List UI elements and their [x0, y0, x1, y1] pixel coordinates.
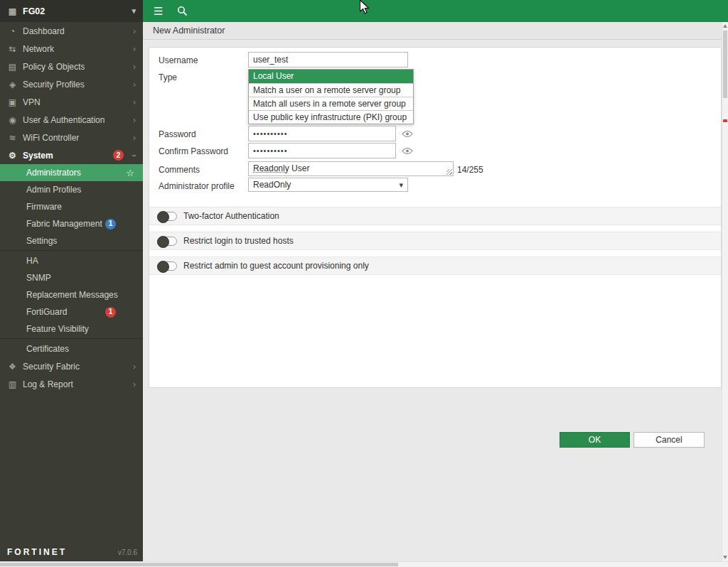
- password-row: Password: [159, 126, 721, 141]
- toggle-label: Restrict admin to guest account provisio…: [183, 261, 369, 271]
- dropdown-caret-icon: ▾: [399, 180, 403, 190]
- scrollbar-mark: [723, 119, 727, 122]
- sidebar-item-dashboard[interactable]: ◔ Dashboard ›: [0, 22, 143, 40]
- vertical-scrollbar-thumb[interactable]: [723, 31, 727, 98]
- chevron-right-icon: ›: [133, 62, 136, 72]
- sidebar-item-label: FortiGuard: [26, 307, 67, 317]
- show-password-eye-icon[interactable]: [402, 147, 413, 155]
- sidebar-item-policy-objects[interactable]: ▤ Policy & Objects ›: [0, 58, 143, 75]
- sidebar-item-vpn[interactable]: ▣ VPN ›: [0, 93, 143, 111]
- device-icon: ▦: [7, 6, 18, 16]
- sidebar-item-label: Security Profiles: [23, 80, 85, 90]
- firmware-version: v7.0.6: [118, 549, 137, 556]
- sidebar-item-system[interactable]: ⚙ System 2 ›: [0, 146, 143, 164]
- type-option-pki-group[interactable]: Use public key infrastructure (PKI) grou…: [249, 110, 413, 124]
- confirm-password-row: Confirm Password: [159, 143, 721, 158]
- form-actions: OK Cancel: [560, 432, 705, 448]
- sidebar-item-log-report[interactable]: ▥ Log & Report ›: [0, 375, 143, 393]
- type-option-match-user-remote[interactable]: Match a user on a remote server group: [249, 83, 413, 97]
- scroll-up-arrow-icon[interactable]: [723, 24, 727, 28]
- sidebar-item-fabric-management[interactable]: Fabric Management 1: [0, 215, 143, 232]
- admin-profile-value: ReadOnly: [253, 180, 291, 190]
- confirm-password-input[interactable]: [248, 143, 396, 158]
- username-row: Username: [159, 52, 721, 68]
- page-title: New Administrator: [153, 26, 225, 36]
- sidebar-item-firmware[interactable]: Firmware: [0, 198, 143, 215]
- sidebar-item-label: Firmware: [26, 202, 62, 212]
- type-label: Type: [159, 69, 248, 124]
- username-input[interactable]: [248, 52, 408, 68]
- trusted-hosts-toggle[interactable]: [157, 237, 177, 246]
- gear-icon: ⚙: [7, 151, 18, 161]
- sidebar-item-label: Network: [23, 44, 54, 54]
- comments-text: Readonly: [253, 163, 289, 173]
- comments-textarea[interactable]: Readonly User: [248, 161, 454, 176]
- guest-provisioning-toggle[interactable]: [157, 261, 177, 271]
- sidebar-item-label: WiFi Controller: [23, 133, 79, 143]
- search-icon[interactable]: [177, 6, 188, 16]
- notification-badge: 1: [105, 307, 116, 318]
- cancel-button[interactable]: Cancel: [633, 432, 705, 448]
- chevron-right-icon: ›: [133, 26, 136, 36]
- submenu-divider: [0, 338, 143, 340]
- sidebar-item-administrators[interactable]: Administrators ☆: [0, 164, 143, 181]
- horizontal-scrollbar[interactable]: [0, 561, 728, 567]
- log-report-icon: ▥: [7, 379, 18, 389]
- horizontal-scrollbar-thumb[interactable]: [0, 563, 398, 566]
- confirm-password-label: Confirm Password: [159, 143, 248, 158]
- chevron-down-icon: ▾: [132, 6, 136, 16]
- sidebar-item-snmp[interactable]: SNMP: [0, 269, 143, 286]
- sidebar-item-label: VPN: [23, 97, 41, 107]
- type-option-match-all-remote[interactable]: Match all users in a remote server group: [249, 97, 413, 110]
- sidebar-item-label: System: [23, 151, 53, 161]
- wifi-controller-icon: ≋: [7, 133, 18, 143]
- two-factor-toggle[interactable]: [157, 212, 177, 221]
- sidebar-item-label: HA: [26, 256, 38, 266]
- trusted-hosts-row: Restrict login to trusted hosts: [149, 232, 721, 250]
- sidebar-footer: FORTINET v7.0.6: [7, 547, 137, 557]
- sidebar-item-admin-profiles[interactable]: Admin Profiles: [0, 181, 143, 198]
- sidebar-item-label: Settings: [26, 236, 57, 246]
- sidebar-item-security-fabric[interactable]: ❖ Security Fabric ›: [0, 357, 143, 375]
- sidebar-item-wifi-controller[interactable]: ≋ WiFi Controller ›: [0, 129, 143, 146]
- vertical-scrollbar[interactable]: [722, 22, 728, 561]
- sidebar-item-fortiguard[interactable]: FortiGuard 1: [0, 303, 143, 320]
- sidebar-item-feature-visibility[interactable]: Feature Visibility: [0, 320, 143, 338]
- security-profiles-icon: ◈: [7, 80, 18, 90]
- sidebar-item-label: User & Authentication: [23, 115, 105, 125]
- show-password-eye-icon[interactable]: [402, 130, 413, 138]
- sidebar-item-network[interactable]: ⇆ Network ›: [0, 40, 143, 58]
- security-fabric-icon: ❖: [7, 362, 18, 372]
- password-label: Password: [159, 126, 248, 141]
- breadcrumb: New Administrator: [143, 22, 728, 40]
- character-counter: 14/255: [457, 165, 483, 176]
- comments-text: User: [289, 163, 310, 173]
- dashboard-icon: ◔: [7, 26, 18, 36]
- password-input[interactable]: [248, 126, 396, 141]
- sidebar-item-user-authentication[interactable]: ◉ User & Authentication ›: [0, 111, 143, 129]
- main-menu: ◔ Dashboard › ⇆ Network › ▤ Policy & Obj…: [0, 22, 143, 393]
- chevron-right-icon: ›: [133, 133, 136, 143]
- hamburger-menu-icon[interactable]: ☰: [154, 5, 163, 18]
- notification-badge: 2: [113, 150, 124, 161]
- sidebar-item-replacement-messages[interactable]: Replacement Messages: [0, 286, 143, 303]
- chevron-down-icon: ›: [129, 154, 139, 157]
- network-icon: ⇆: [7, 44, 18, 54]
- star-icon[interactable]: ☆: [126, 168, 134, 178]
- device-name: FG02: [23, 6, 45, 16]
- sidebar-item-ha[interactable]: HA: [0, 252, 143, 269]
- type-option-local-user[interactable]: Local User: [249, 70, 413, 83]
- device-selector[interactable]: ▦ FG02 ▾: [0, 0, 143, 22]
- sidebar-item-certificates[interactable]: Certificates: [0, 340, 143, 357]
- admin-profile-select[interactable]: ReadOnly ▾: [248, 178, 408, 192]
- sidebar-item-label: Log & Report: [23, 379, 73, 389]
- scroll-down-arrow-icon[interactable]: [723, 556, 727, 559]
- two-factor-row: Two-factor Authentication: [149, 207, 721, 225]
- policy-objects-icon: ▤: [7, 62, 18, 72]
- topbar: ☰: [143, 0, 728, 22]
- sidebar-item-label: Admin Profiles: [26, 185, 81, 195]
- sidebar-item-settings[interactable]: Settings: [0, 232, 143, 249]
- ok-button[interactable]: OK: [560, 432, 630, 448]
- sidebar-item-security-profiles[interactable]: ◈ Security Profiles ›: [0, 75, 143, 93]
- resize-grip-icon[interactable]: [446, 169, 452, 175]
